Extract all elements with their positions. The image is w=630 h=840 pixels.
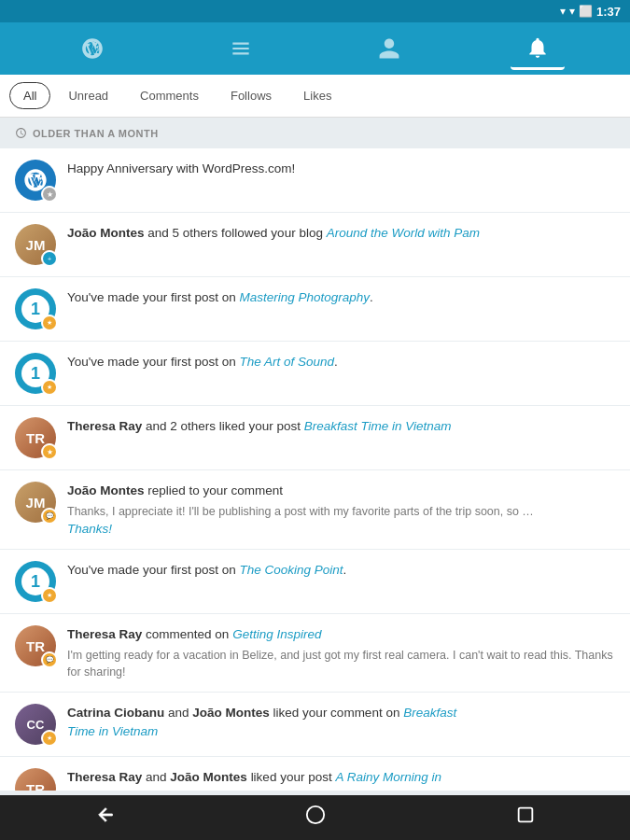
- clock-icon: [15, 127, 27, 139]
- svg-point-0: [306, 806, 323, 823]
- like-badge-icon-7: ★: [43, 589, 56, 602]
- status-icons: ▾ ▾ ⬜ 1:37: [560, 5, 621, 19]
- notif-text-3: You've made your first post on Mastering…: [67, 288, 615, 307]
- status-bar: ▾ ▾ ⬜ 1:37: [0, 0, 630, 22]
- recents-icon: [515, 805, 536, 825]
- tab-all[interactable]: All: [9, 82, 50, 109]
- section-header: OLDER THAN A MONTH: [0, 118, 630, 148]
- badge-3: ★: [41, 315, 58, 331]
- theresa-avatar-3: TR: [15, 768, 56, 791]
- home-circle-icon: [305, 805, 326, 825]
- notif-text-6: João Montes replied to your comment Than…: [67, 482, 615, 538]
- notifications-list: ★ Happy Anniversary with WordPress.com! …: [0, 148, 630, 791]
- notif-anniversary[interactable]: ★ Happy Anniversary with WordPress.com!: [0, 148, 630, 213]
- notif-text-1: Happy Anniversary with WordPress.com!: [67, 160, 615, 178]
- avatar-wrap-3: 1 ★: [15, 288, 56, 329]
- badge-9: ★: [41, 730, 58, 747]
- notif-comment-reply[interactable]: JM 💬 João Montes replied to your comment…: [0, 470, 630, 550]
- notif-achievement-1[interactable]: 1 ★ You've made your first post on Maste…: [0, 277, 630, 342]
- badge-1: ★: [41, 186, 58, 203]
- back-button[interactable]: [77, 797, 134, 838]
- nav-profile[interactable]: [362, 29, 416, 68]
- avatar-wrap-2: JM +: [15, 224, 56, 265]
- notif-achievement-2[interactable]: 1 ★ You've made your first post on The A…: [0, 342, 630, 406]
- nav-notifications[interactable]: [511, 28, 565, 70]
- comment-badge-icon-6: 💬: [43, 510, 56, 523]
- wordpress-icon: [80, 36, 105, 61]
- notif-like-3[interactable]: TR ★ Theresa Ray and João Montes liked y…: [0, 757, 630, 791]
- top-navigation: [0, 22, 630, 75]
- notif-follow[interactable]: JM + João Montes and 5 others followed y…: [0, 213, 630, 277]
- avatar-wrap-4: 1 ★: [15, 353, 56, 394]
- notif-text-4: You've made your first post on The Art o…: [67, 353, 615, 371]
- avatar-wrap-9: CC ★: [15, 704, 56, 745]
- notif-text-10: Theresa Ray and João Montes liked your p…: [67, 768, 615, 791]
- home-button[interactable]: [287, 797, 344, 838]
- back-icon: [95, 805, 116, 825]
- notif-text-2: João Montes and 5 others followed your b…: [67, 224, 615, 243]
- badge-5: ★: [41, 443, 58, 460]
- star-badge-icon: ★: [43, 188, 56, 201]
- tab-unread[interactable]: Unread: [54, 82, 122, 109]
- avatar-wrap-8: TR 💬: [15, 625, 56, 666]
- like-badge-icon-4: ★: [43, 381, 56, 394]
- comment-badge-icon-8: 💬: [43, 653, 56, 666]
- badge-8: 💬: [41, 651, 58, 668]
- notif-like-2[interactable]: CC ★ Catrina Ciobanu and João Montes lik…: [0, 693, 630, 757]
- avatar-wrap-7: 1 ★: [15, 561, 56, 602]
- tab-likes[interactable]: Likes: [289, 82, 345, 109]
- notif-text-7: You've made your first post on The Cooki…: [67, 561, 615, 580]
- badge-4: ★: [41, 379, 58, 396]
- badge-7: ★: [41, 587, 58, 604]
- notif-achievement-3[interactable]: 1 ★ You've made your first post on The C…: [0, 550, 630, 614]
- svg-rect-1: [518, 808, 532, 822]
- signal-icon: ▾: [569, 5, 575, 18]
- avatar-wrap-5: TR ★: [15, 417, 56, 458]
- avatar-wrap-10: TR ★: [15, 768, 56, 791]
- notif-like-1[interactable]: TR ★ Theresa Ray and 2 others liked your…: [0, 406, 630, 470]
- section-header-text: OLDER THAN A MONTH: [33, 128, 159, 139]
- avatar-wrap-6: JM 💬: [15, 482, 56, 523]
- like-badge-icon-3: ★: [43, 316, 56, 329]
- wifi-icon: ▾: [560, 5, 566, 18]
- notif-text-9: Catrina Ciobanu and João Montes liked yo…: [67, 704, 615, 740]
- follow-badge-icon: +: [43, 252, 56, 265]
- like-badge-icon-9: ★: [43, 732, 56, 745]
- bottom-navigation: [0, 795, 630, 840]
- nav-wordpress[interactable]: [65, 29, 119, 68]
- status-time: 1:37: [596, 5, 621, 19]
- profile-icon: [377, 36, 401, 61]
- recents-button[interactable]: [497, 797, 554, 838]
- reader-icon: [229, 36, 253, 61]
- battery-icon: ⬜: [579, 5, 593, 18]
- notif-comment-1[interactable]: TR 💬 Theresa Ray commented on Getting In…: [0, 614, 630, 693]
- notif-text-5: Theresa Ray and 2 others liked your post…: [67, 417, 615, 436]
- notif-text-8: Theresa Ray commented on Getting Inspire…: [67, 625, 615, 680]
- filter-tabs: All Unread Comments Follows Likes: [0, 75, 630, 118]
- avatar-wrap-1: ★: [15, 160, 56, 201]
- like-badge-icon-5: ★: [43, 445, 56, 458]
- badge-6: 💬: [41, 508, 58, 525]
- nav-reader[interactable]: [214, 29, 268, 68]
- bell-icon: [525, 35, 550, 60]
- tab-comments[interactable]: Comments: [126, 82, 213, 109]
- tab-follows[interactable]: Follows: [217, 82, 286, 109]
- badge-2: +: [41, 250, 58, 267]
